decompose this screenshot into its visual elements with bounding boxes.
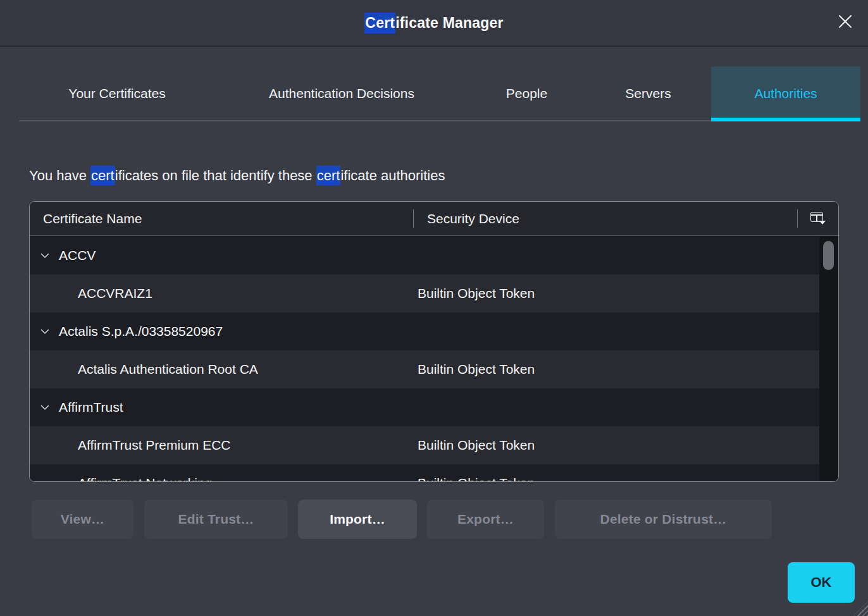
cell-certificate-name: Actalis S.p.A./03358520967 [59, 312, 223, 350]
cell-security-device: Builtin Object Token [418, 274, 535, 312]
chevron-down-icon[interactable] [40, 402, 50, 412]
tree-group-row[interactable]: ACCV [30, 237, 819, 274]
chevron-down-icon[interactable] [40, 250, 50, 261]
cell-security-device: Builtin Object Token [418, 426, 535, 464]
scrollbar-thumb[interactable] [823, 241, 834, 270]
tree-child-row[interactable]: ACCVRAIZ1 Builtin Object Token [30, 274, 819, 312]
tab-label: Your Certificates [68, 86, 165, 101]
tab-your-certificates[interactable]: Your Certificates [19, 66, 215, 120]
ok-button[interactable]: OK [788, 562, 855, 603]
find-highlight: cert [316, 166, 341, 185]
intro-part: You have [29, 168, 90, 183]
column-divider[interactable] [413, 209, 414, 228]
tree-group-row[interactable]: AffirmTrust [30, 388, 819, 426]
tree-child-row[interactable]: AffirmTrust Premium ECC Builtin Object T… [30, 426, 819, 464]
tree-group-row[interactable]: Actalis S.p.A./03358520967 [30, 312, 819, 350]
intro-text: You have certificates on file that ident… [29, 166, 445, 186]
tab-label: Servers [625, 86, 671, 101]
cell-security-device: Builtin Object Token [418, 464, 535, 481]
cell-certificate-name: ACCV [59, 237, 96, 274]
cell-certificate-name: Actalis Authentication Root CA [78, 350, 258, 388]
tab-people[interactable]: People [468, 66, 585, 120]
column-header-security-device[interactable]: Security Device [427, 202, 519, 235]
table-header: Certificate Name Security Device [30, 202, 838, 236]
resize-grip-icon[interactable] [853, 601, 868, 616]
tab-authorities[interactable]: Authorities [711, 66, 860, 120]
title-separator [0, 46, 868, 47]
column-divider [797, 209, 798, 228]
find-highlight: cert [90, 166, 115, 185]
title-find-highlight: Cert [364, 13, 395, 34]
cell-certificate-name: AffirmTrust Networking [78, 464, 212, 481]
tab-label: Authentication Decisions [269, 86, 414, 101]
tab-authentication-decisions[interactable]: Authentication Decisions [215, 66, 468, 120]
export-button[interactable]: Export… [427, 500, 544, 539]
column-picker-button[interactable] [810, 212, 826, 225]
tree-child-row[interactable]: AffirmTrust Networking Builtin Object To… [30, 464, 819, 481]
close-button[interactable] [835, 12, 855, 32]
close-icon [836, 13, 854, 32]
delete-distrust-button[interactable]: Delete or Distrust… [555, 500, 772, 539]
tree-child-row[interactable]: Actalis Authentication Root CA Builtin O… [30, 350, 819, 388]
table-body: ACCV ACCVRAIZ1 Builtin Object Token Acta… [30, 237, 819, 481]
import-button[interactable]: Import… [298, 500, 417, 539]
tab-servers[interactable]: Servers [585, 66, 711, 120]
column-header-certificate-name[interactable]: Certificate Name [43, 202, 142, 235]
tab-strip: Your Certificates Authentication Decisio… [19, 66, 860, 120]
tab-label: Authorities [754, 86, 817, 101]
chevron-down-icon[interactable] [40, 326, 50, 336]
dialog-title: Certificate Manager [0, 0, 868, 46]
titlebar: Certificate Manager [0, 0, 868, 46]
title-text: ificate Manager [395, 15, 503, 32]
tab-label: People [506, 86, 547, 101]
cell-certificate-name: AffirmTrust [59, 388, 123, 426]
edit-trust-button[interactable]: Edit Trust… [144, 500, 288, 539]
intro-part: ificates on file that identify these [115, 168, 316, 183]
intro-part: ificate authorities [340, 168, 445, 183]
certificates-table: Certificate Name Security Device ACCV AC… [29, 201, 839, 482]
scrollbar-track[interactable] [819, 237, 838, 481]
cell-certificate-name: AffirmTrust Premium ECC [78, 426, 231, 464]
cell-security-device: Builtin Object Token [418, 350, 535, 388]
cell-certificate-name: ACCVRAIZ1 [78, 274, 152, 312]
certificate-manager-dialog: Certificate Manager Your Certificates Au… [0, 0, 868, 616]
view-button[interactable]: View… [32, 500, 133, 539]
